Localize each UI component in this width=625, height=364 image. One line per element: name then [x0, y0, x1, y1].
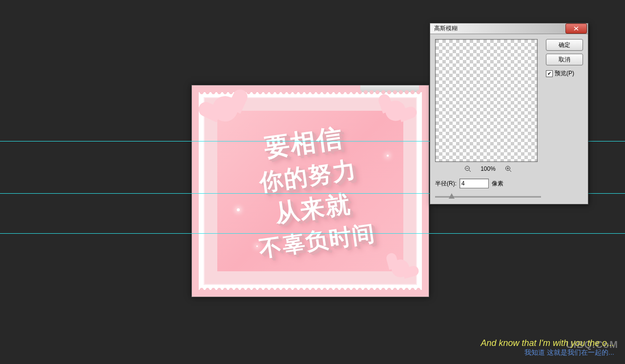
zoom-level: 100%: [480, 165, 496, 172]
zoom-in-button[interactable]: [504, 165, 512, 173]
dialog-body: 100% 半径(R): 像素 确定 取消: [430, 34, 588, 207]
cancel-button[interactable]: 取消: [546, 54, 583, 65]
radius-row: 半径(R): 像素: [435, 179, 541, 188]
gaussian-blur-dialog: 高斯模糊 100% 半径(R):: [430, 23, 588, 204]
svg-line-4: [509, 170, 511, 172]
workspace: 要相信 你的努力 从来就 不辜负时间 高斯模糊 1: [0, 0, 625, 364]
3d-text-group: 要相信 你的努力 从来就 不辜负时间: [207, 99, 414, 283]
slider-thumb[interactable]: [449, 193, 455, 199]
watermark-chinese: 我知道 这就是我们在一起的...: [480, 348, 614, 357]
document-canvas[interactable]: 要相信 你的努力 从来就 不辜负时间: [191, 85, 429, 297]
close-button[interactable]: [565, 23, 587, 34]
close-icon: [574, 26, 579, 31]
preview-column: 100% 半径(R): 像素: [435, 39, 541, 202]
preview-area[interactable]: [435, 39, 538, 162]
preview-checkbox-row[interactable]: ✔ 预览(P): [546, 69, 583, 78]
zoom-in-icon: [505, 165, 512, 172]
preview-label: 预览(P): [555, 69, 574, 78]
radius-unit: 像素: [492, 180, 503, 188]
ok-button[interactable]: 确定: [546, 39, 583, 51]
radius-label: 半径(R):: [435, 180, 457, 188]
guide-horizontal[interactable]: [0, 233, 625, 234]
text-line-4: 不辜负时间: [257, 218, 377, 264]
zoom-out-button[interactable]: [464, 165, 472, 173]
stamp-frame: 要相信 你的努力 从来就 不辜负时间: [199, 92, 422, 290]
dialog-titlebar[interactable]: 高斯模糊: [430, 23, 588, 34]
watermark-english: And know that I'm with you the o...: [480, 338, 614, 348]
button-column: 确定 取消 ✔ 预览(P): [546, 39, 583, 202]
radius-input[interactable]: [459, 179, 489, 188]
dialog-title: 高斯模糊: [434, 24, 458, 33]
preview-checkbox[interactable]: ✔: [546, 70, 553, 77]
stamp-background: 要相信 你的努力 从来就 不辜负时间: [217, 111, 403, 271]
radius-slider[interactable]: [435, 192, 541, 202]
zoom-out-icon: [464, 165, 471, 172]
watermark: And know that I'm with you the o... 我知道 …: [480, 338, 614, 357]
svg-line-1: [469, 170, 471, 172]
zoom-controls: 100%: [435, 165, 541, 173]
